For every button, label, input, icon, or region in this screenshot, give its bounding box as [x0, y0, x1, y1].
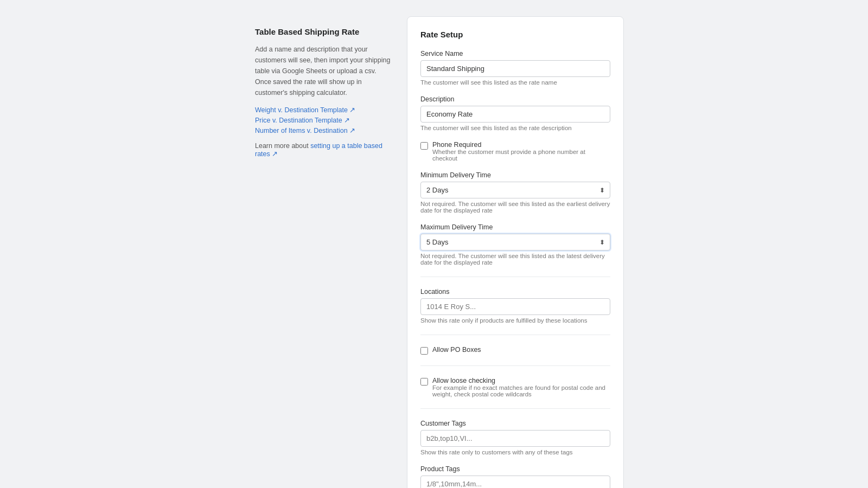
service-name-input[interactable]	[420, 60, 610, 77]
customer-tags-hint: Show this rate only to customers with an…	[420, 449, 610, 455]
panel-title: Table Based Shipping Rate	[255, 27, 391, 36]
allow-loose-checking-row: Allow loose checking For example if no e…	[420, 377, 610, 397]
allow-loose-checking-checkbox[interactable]	[420, 378, 428, 386]
allow-po-boxes-row: Allow PO Boxes	[420, 346, 610, 355]
rate-setup-panel: Rate Setup Service Name The customer wil…	[407, 16, 624, 488]
locations-group: Locations Show this rate only if product…	[420, 288, 610, 324]
customer-tags-group: Customer Tags Show this rate only to cus…	[420, 420, 610, 455]
locations-hint: Show this rate only if products are fulf…	[420, 317, 610, 324]
learn-more-text: Learn more about setting up a table base…	[255, 142, 391, 158]
max-delivery-select[interactable]: 1 Day 2 Days 3 Days 5 Days 7 Days 10 Day…	[420, 234, 610, 251]
phone-required-hint: Whether the customer must provide a phon…	[432, 149, 610, 162]
description-group: Description The customer will see this l…	[420, 95, 610, 131]
allow-loose-checking-label: Allow loose checking	[432, 377, 610, 384]
link-price-destination[interactable]: Price v. Destination Template ↗	[255, 116, 391, 124]
customer-tags-label: Customer Tags	[420, 420, 610, 427]
service-name-hint: The customer will see this listed as the…	[420, 79, 610, 86]
max-delivery-group: Maximum Delivery Time 1 Day 2 Days 3 Day…	[420, 223, 610, 266]
link-weight-destination[interactable]: Weight v. Destination Template ↗	[255, 106, 391, 114]
divider-4	[420, 408, 610, 409]
max-delivery-label: Maximum Delivery Time	[420, 223, 610, 231]
phone-required-label: Phone Required	[432, 141, 610, 149]
panel-description: Add a name and description that your cus…	[255, 44, 391, 98]
phone-required-checkbox[interactable]	[420, 142, 428, 150]
service-name-label: Service Name	[420, 50, 610, 57]
description-hint: The customer will see this listed as the…	[420, 125, 610, 131]
product-tags-label: Product Tags	[420, 465, 610, 473]
min-delivery-select[interactable]: 1 Day 2 Days 3 Days 5 Days 7 Days 10 Day…	[420, 182, 610, 198]
min-delivery-select-wrapper: 1 Day 2 Days 3 Days 5 Days 7 Days 10 Day…	[420, 182, 610, 198]
allow-po-boxes-checkbox[interactable]	[420, 347, 428, 355]
description-input[interactable]	[420, 106, 610, 123]
divider-3	[420, 365, 610, 366]
locations-input[interactable]	[420, 298, 610, 315]
product-tags-input[interactable]	[420, 476, 610, 488]
allow-po-boxes-label: Allow PO Boxes	[432, 346, 481, 354]
divider-1	[420, 277, 610, 277]
min-delivery-label: Minimum Delivery Time	[420, 171, 610, 179]
customer-tags-input[interactable]	[420, 430, 610, 447]
description-label: Description	[420, 95, 610, 103]
phone-required-row: Phone Required Whether the customer must…	[420, 141, 610, 162]
allow-loose-checking-hint: For example if no exact matches are foun…	[432, 384, 610, 397]
service-name-group: Service Name The customer will see this …	[420, 50, 610, 86]
max-delivery-select-wrapper: 1 Day 2 Days 3 Days 5 Days 7 Days 10 Day…	[420, 234, 610, 251]
divider-2	[420, 335, 610, 335]
max-delivery-hint: Not required. The customer will see this…	[420, 253, 610, 266]
min-delivery-hint: Not required. The customer will see this…	[420, 201, 610, 214]
locations-label: Locations	[420, 288, 610, 296]
left-panel: Table Based Shipping Rate Add a name and…	[244, 16, 407, 488]
section-title: Rate Setup	[420, 30, 610, 39]
min-delivery-group: Minimum Delivery Time 1 Day 2 Days 3 Day…	[420, 171, 610, 214]
link-items-destination[interactable]: Number of Items v. Destination ↗	[255, 126, 391, 134]
product-tags-group: Product Tags Show this rate only if any …	[420, 465, 610, 488]
